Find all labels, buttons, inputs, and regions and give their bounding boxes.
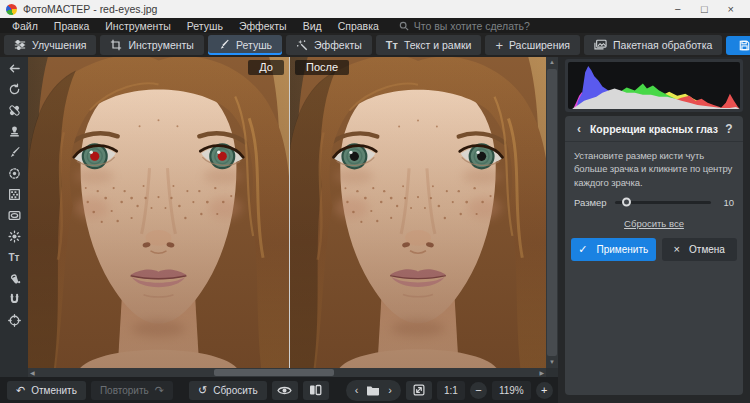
apply-button[interactable]: ✓ Применить: [571, 238, 656, 261]
menu-effects[interactable]: Эффекты: [239, 20, 287, 32]
search-placeholder: Что вы хотите сделать?: [414, 20, 530, 32]
zoom-in-button[interactable]: +: [536, 382, 553, 399]
sliders-icon: [14, 39, 26, 51]
tab-enhance[interactable]: Улучшения: [4, 35, 96, 55]
tab-extensions-label: Расширения: [509, 39, 570, 51]
tab-tools[interactable]: Инструменты: [100, 35, 203, 55]
tab-extensions[interactable]: + Расширения: [485, 35, 580, 55]
tab-retouch[interactable]: Ретушь: [208, 35, 282, 55]
vertical-scrollbar[interactable]: ▲ ▼: [546, 57, 558, 368]
next-photo-button[interactable]: ›: [388, 384, 392, 396]
tab-retouch-label: Ретушь: [236, 39, 272, 51]
app-logo-icon: [6, 4, 17, 15]
target-icon[interactable]: [6, 314, 22, 327]
text-tool-icon[interactable]: Tт: [6, 251, 22, 264]
menu-bar: Файл Правка Инструменты Ретушь Эффекты В…: [0, 18, 750, 33]
redo-button[interactable]: Повторить ↷: [91, 381, 173, 400]
left-toolbar: Tт: [0, 57, 28, 377]
show-original-button[interactable]: [272, 381, 298, 400]
rgb-histogram: [568, 62, 740, 109]
menu-tools[interactable]: Инструменты: [105, 20, 170, 32]
menu-view[interactable]: Вид: [303, 20, 322, 32]
fit-screen-icon: [413, 384, 425, 396]
texture-icon[interactable]: [6, 188, 22, 201]
vertical-scrollbar-thumb[interactable]: [547, 69, 557, 356]
fill-tool-icon[interactable]: [6, 272, 22, 285]
tab-bar: Улучшения Инструменты Ретушь Эффекты Tт …: [0, 33, 750, 57]
folder-icon[interactable]: [366, 385, 380, 396]
menu-file[interactable]: Файл: [12, 20, 38, 32]
undo-icon: ↶: [16, 385, 25, 396]
tab-text-frames[interactable]: Tт Текст и рамки: [376, 35, 482, 55]
minimize-button[interactable]: −: [674, 0, 680, 18]
file-navigator: ‹ ›: [346, 380, 401, 401]
brush-icon[interactable]: [6, 146, 22, 159]
clone-stamp-icon[interactable]: [6, 125, 22, 138]
horizontal-scrollbar-thumb[interactable]: [214, 369, 333, 376]
rotate-icon[interactable]: [6, 83, 22, 96]
slider-handle[interactable]: [622, 198, 631, 207]
plus-icon: +: [495, 38, 503, 53]
red-eye-correction-panel: ‹ Коррекция красных глаз ? Установите ра…: [565, 116, 743, 395]
undo-button-label: Отменить: [31, 385, 77, 396]
scroll-up-icon[interactable]: ▲: [549, 58, 555, 67]
panel-description: Установите размер кисти чуть больше зрач…: [565, 142, 743, 192]
tab-text-frames-label: Текст и рамки: [404, 39, 472, 51]
vignette-icon[interactable]: [6, 209, 22, 222]
cross-icon: ×: [674, 243, 680, 255]
tab-batch[interactable]: Пакетная обработка: [584, 35, 722, 55]
maximize-button[interactable]: □: [701, 0, 708, 18]
close-button[interactable]: ×: [728, 0, 734, 18]
red-eye-icon[interactable]: [6, 167, 22, 180]
fit-to-screen-button[interactable]: [406, 381, 432, 400]
image-viewer: До После ▲ ▼ ◀ ▶: [28, 57, 558, 377]
size-value: 10: [719, 197, 734, 208]
right-panel: ‹ Коррекция красных глаз ? Установите ра…: [558, 57, 750, 403]
tab-batch-label: Пакетная обработка: [613, 39, 712, 51]
photo-after[interactable]: После: [290, 57, 546, 368]
menu-edit[interactable]: Правка: [54, 20, 89, 32]
curves-magnet-icon[interactable]: [6, 293, 22, 306]
apply-button-label: Применить: [597, 244, 649, 255]
reset-icon: ↺: [198, 385, 207, 396]
size-label: Размер: [574, 197, 607, 208]
bottom-bar: ↶ Отменить Повторить ↷ ↺ Сбросить ‹ › 1:…: [0, 377, 558, 403]
split-compare-icon: [309, 384, 322, 396]
brush-size-slider[interactable]: [615, 201, 711, 204]
brush-icon: [218, 39, 230, 51]
batch-photos-icon: [594, 39, 607, 51]
back-arrow-icon[interactable]: [6, 62, 22, 75]
help-button[interactable]: ?: [724, 122, 734, 136]
horizontal-scrollbar[interactable]: ◀ ▶: [28, 368, 546, 377]
tab-enhance-label: Улучшения: [32, 39, 86, 51]
prev-photo-button[interactable]: ‹: [355, 384, 359, 396]
text-icon: Tт: [386, 39, 398, 51]
cancel-button-label: Отмена: [689, 244, 725, 255]
healing-patch-icon[interactable]: [6, 104, 22, 117]
portrait-after-corrected: [290, 57, 546, 368]
scroll-down-icon[interactable]: ▼: [549, 358, 555, 367]
radial-filter-icon[interactable]: [6, 230, 22, 243]
histogram-card: [565, 59, 743, 112]
save-button[interactable]: Сохранить: [726, 36, 750, 55]
panel-back-button[interactable]: ‹: [574, 122, 584, 136]
menu-retouch[interactable]: Ретушь: [187, 20, 223, 32]
cancel-button[interactable]: × Отмена: [662, 238, 737, 261]
magic-wand-icon: [296, 39, 308, 51]
menu-help[interactable]: Справка: [338, 20, 379, 32]
search-input[interactable]: Что вы хотите сделать?: [399, 20, 530, 32]
actual-size-button[interactable]: 1:1: [437, 381, 465, 400]
tab-effects[interactable]: Эффекты: [286, 35, 372, 55]
title-bar: ФотоМАСТЕР - red-eyes.jpg − □ ×: [0, 0, 750, 18]
reset-button-label: Сбросить: [213, 385, 257, 396]
reset-button[interactable]: ↺ Сбросить: [189, 381, 267, 400]
zoom-out-button[interactable]: −: [470, 382, 487, 399]
photo-before[interactable]: До: [28, 57, 290, 368]
undo-button[interactable]: ↶ Отменить: [7, 381, 86, 400]
reset-all-link[interactable]: Сбросить все: [565, 218, 743, 229]
tab-effects-label: Эффекты: [314, 39, 362, 51]
scrollbar-corner: [546, 368, 558, 377]
eye-icon: [277, 385, 292, 396]
compare-view-button[interactable]: [303, 381, 329, 400]
redo-button-label: Повторить: [100, 385, 149, 396]
